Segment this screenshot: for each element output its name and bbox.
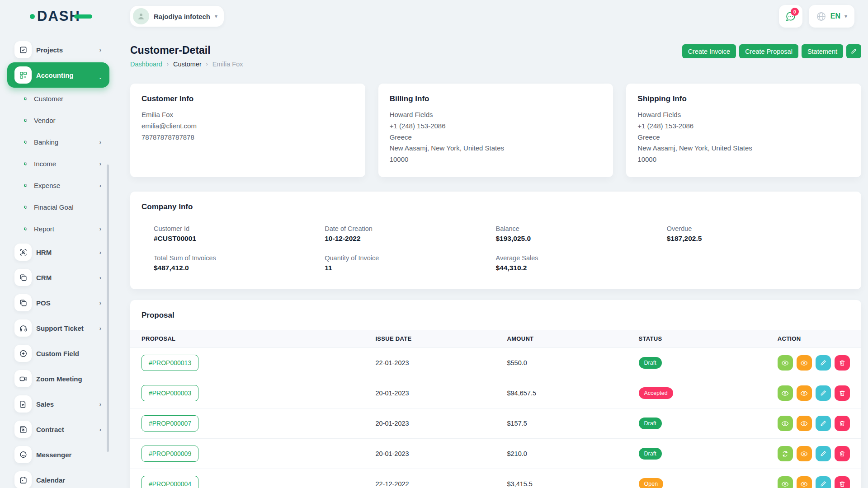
sidebar-item-report[interactable]: Report › [7,218,109,239]
language-selector[interactable]: EN ▾ [809,5,854,28]
trash-icon [839,480,846,488]
breadcrumb-dashboard[interactable]: Dashboard [130,61,162,68]
eye-icon [800,389,808,397]
shipping-zip: 10000 [637,155,850,164]
customer-info-title: Customer Info [142,94,354,103]
customer-email: emilia@client.com [142,121,354,131]
sidebar-item-hrm[interactable]: HRM › [7,239,109,265]
view-button[interactable] [778,355,793,371]
trash-icon [839,389,846,397]
delete-button[interactable] [835,355,850,371]
sidebar-item-calendar[interactable]: Calendar [7,467,109,488]
dot-icon [24,227,28,231]
sidebar-item-customer[interactable]: Customer [7,88,109,109]
view-button[interactable] [778,416,793,431]
sidebar-item-support-ticket[interactable]: Support Ticket › [7,315,109,341]
sidebar-item-custom-field[interactable]: Custom Field [7,341,109,366]
chevron-right-icon: › [206,61,208,67]
delete-button[interactable] [835,476,850,488]
edit-button[interactable] [816,446,831,461]
delete-button[interactable] [835,385,850,401]
sidebar-item-crm[interactable]: CRM › [7,265,109,290]
messages-button[interactable]: 0 [779,5,802,28]
create-invoice-button[interactable]: Create Invoice [682,44,736,58]
pencil-icon [820,450,827,457]
status-badge: Draft [639,418,662,429]
grid-plus-icon [14,66,32,84]
preview-button[interactable] [797,416,812,431]
page-title: Customer-Detail [130,44,243,56]
file-icon [14,395,32,413]
billing-info-title: Billing Info [390,94,602,103]
shipping-country: Greece [637,132,850,142]
eye-icon [781,359,789,367]
sidebar-item-banking[interactable]: Banking › [7,131,109,153]
col-proposal: PROPOSAL [130,330,364,348]
eye-icon [800,480,808,488]
sidebar-item-contract[interactable]: Contract › [7,417,109,442]
edit-button[interactable] [816,355,831,371]
pencil-icon [820,389,827,397]
plus-circle-icon [14,345,32,362]
convert-icon [781,450,789,458]
brand-logo[interactable]: DASH [30,8,92,24]
proposal-link[interactable]: #PROP000003 [142,385,198,401]
sidebar-item-zoom-meeting[interactable]: Zoom Meeting [7,366,109,391]
sidebar-item-projects[interactable]: Projects › [7,37,109,62]
proposal-table: PROPOSAL ISSUE DATE AMOUNT STATUS ACTION… [130,330,861,488]
customer-info-card: Customer Info Emilia Fox emilia@client.c… [130,84,365,177]
col-issue-date: ISSUE DATE [364,330,495,348]
headphones-icon [14,319,32,337]
col-action: ACTION [766,330,861,348]
company-info-card: Company Info Customer Id #CUST00001 Date… [130,192,861,289]
company-field-customer-id: Customer Id #CUST00001 [154,225,325,243]
workspace-dropdown[interactable]: Rajodiya infotech ▾ [130,6,224,27]
proposal-link[interactable]: #PROP000013 [142,355,198,371]
sidebar-item-finacial-goal[interactable]: Finacial Goal [7,196,109,218]
chevron-down-icon: ˬ [99,72,101,79]
sidebar-item-accounting[interactable]: Accounting ˬ [7,62,109,88]
edit-button[interactable] [816,416,831,431]
breadcrumb-current: Emilia Fox [212,61,243,68]
chevron-right-icon: › [99,160,101,167]
proposal-card: Proposal PROPOSAL ISSUE DATE AMOUNT STAT… [130,300,861,488]
sidebar-item-vendor[interactable]: Vendor [7,109,109,131]
breadcrumb: Dashboard › Customer › Emilia Fox [130,61,243,68]
trash-icon [839,450,846,457]
sidebar-item-income[interactable]: Income › [7,153,109,174]
proposal-link[interactable]: #PROP000007 [142,415,198,432]
edit-button[interactable] [816,385,831,401]
edit-customer-button[interactable] [846,44,861,58]
company-field-overdue: Overdue $187,202.5 [667,225,838,243]
sidebar-item-pos[interactable]: POS › [7,290,109,315]
statement-button[interactable]: Statement [802,44,843,58]
chevron-down-icon: ▾ [215,13,217,19]
preview-button[interactable] [797,385,812,401]
breadcrumb-customer[interactable]: Customer [173,61,202,68]
sidebar-item-messenger[interactable]: Messenger [7,442,109,467]
proposal-link[interactable]: #PROP000004 [142,476,198,488]
workspace-avatar [133,8,149,24]
chevron-right-icon: › [99,225,101,232]
table-row: #PROP000009 20-01-2023 $210.0 Draft [130,439,861,469]
trash-icon [839,359,846,366]
message-icon [14,446,32,463]
sidebar-item-sales[interactable]: Sales › [7,391,109,417]
view-button[interactable] [778,385,793,401]
convert-button[interactable] [778,446,793,461]
create-proposal-button[interactable]: Create Proposal [739,44,798,58]
user-icon [137,12,146,21]
view-button[interactable] [778,476,793,488]
table-row: #PROP000003 20-01-2023 $94,657.5 Accepte… [130,378,861,408]
proposal-link[interactable]: #PROP000009 [142,446,198,462]
preview-button[interactable] [797,355,812,371]
preview-button[interactable] [797,446,812,461]
pencil-icon [820,359,827,366]
issue-date: 20-01-2023 [364,408,495,439]
sidebar-scrollbar[interactable] [107,164,109,452]
delete-button[interactable] [835,416,850,431]
edit-button[interactable] [816,476,831,488]
preview-button[interactable] [797,476,812,488]
sidebar-item-expense[interactable]: Expense › [7,174,109,196]
delete-button[interactable] [835,446,850,461]
